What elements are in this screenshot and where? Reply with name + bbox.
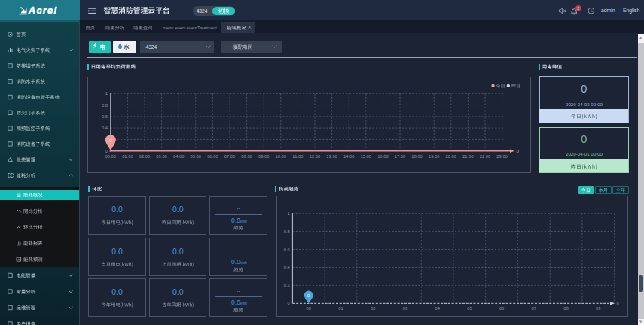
svg-text:01:00: 01:00 [122, 154, 133, 159]
svg-text:09: 09 [596, 306, 600, 311]
svg-text:0.0: 0.0 [231, 299, 240, 306]
svg-text:2020-04-01 00:00: 2020-04-01 00:00 [566, 151, 603, 156]
svg-text:2: 2 [577, 6, 579, 11]
svg-text:00:00: 00:00 [105, 154, 117, 159]
svg-text:21:00: 21:00 [462, 154, 474, 159]
svg-text:0: 0 [517, 149, 520, 153]
svg-text:04: 04 [435, 306, 440, 311]
svg-text:0.0: 0.0 [111, 247, 123, 256]
svg-text:22:00: 22:00 [480, 154, 491, 159]
svg-text:18:00: 18:00 [411, 154, 423, 159]
svg-text:00: 00 [307, 306, 311, 311]
svg-text:05: 05 [467, 306, 472, 311]
svg-text:20:00: 20:00 [446, 154, 457, 159]
svg-text:0.8: 0.8 [284, 229, 290, 234]
svg-text:1: 1 [288, 211, 290, 216]
svg-text:--: -- [237, 205, 240, 211]
svg-text:0.4: 0.4 [102, 126, 108, 130]
svg-text:04:00: 04:00 [173, 154, 185, 159]
svg-text:06: 06 [499, 306, 504, 311]
svg-text:admin: admin [601, 8, 615, 13]
svg-text:06:00: 06:00 [207, 154, 218, 159]
svg-text:09:00: 09:00 [258, 154, 270, 159]
svg-text:19:00: 19:00 [429, 154, 440, 159]
svg-text:English: English [623, 8, 640, 14]
svg-text:0.6: 0.6 [102, 114, 108, 119]
svg-text:0.4: 0.4 [284, 265, 291, 269]
svg-text:0: 0 [105, 149, 108, 153]
svg-text:02: 02 [371, 306, 375, 311]
svg-text:kwh: kwh [240, 301, 247, 305]
svg-text:1: 1 [105, 91, 108, 96]
svg-text:08: 08 [563, 306, 568, 311]
svg-text:4324: 4324 [146, 44, 157, 50]
svg-text:0.0: 0.0 [172, 247, 184, 256]
svg-text:0.0: 0.0 [231, 217, 240, 224]
svg-text:11:00: 11:00 [292, 154, 303, 159]
svg-text:--: -- [237, 288, 240, 293]
svg-text:0.0: 0.0 [111, 287, 123, 296]
svg-text:kwh: kwh [240, 219, 247, 223]
svg-text:0.0: 0.0 [172, 205, 184, 214]
svg-text:0: 0 [288, 301, 290, 305]
svg-text:01: 01 [338, 306, 343, 311]
svg-text:07:00: 07:00 [224, 154, 236, 159]
svg-text:0: 0 [581, 83, 587, 95]
svg-text:0: 0 [307, 293, 310, 298]
svg-text:0: 0 [617, 302, 620, 306]
svg-text:03: 03 [403, 306, 407, 311]
svg-text:12:00: 12:00 [310, 154, 321, 159]
svg-text:0.6: 0.6 [284, 248, 290, 252]
svg-text:23:00: 23:00 [496, 154, 508, 159]
svg-text:13:00: 13:00 [326, 154, 337, 159]
svg-text:02:00: 02:00 [139, 154, 151, 159]
svg-text:4324: 4324 [197, 8, 208, 14]
svg-text:0.0: 0.0 [111, 205, 123, 214]
svg-text:kwh: kwh [240, 260, 247, 265]
svg-text:2020-04-02 00:00: 2020-04-02 00:00 [566, 102, 603, 107]
svg-text:menu.event.eventTreatment: menu.event.eventTreatment [163, 26, 217, 30]
svg-text:0: 0 [581, 133, 587, 145]
svg-text:0.8: 0.8 [102, 103, 108, 108]
svg-text:0.0: 0.0 [231, 258, 240, 266]
svg-text:0.0: 0.0 [172, 287, 184, 296]
svg-text:08:00: 08:00 [241, 154, 252, 159]
svg-text:--: -- [237, 248, 240, 253]
svg-text:03:00: 03:00 [156, 154, 167, 159]
svg-text:16:00: 16:00 [377, 154, 389, 159]
svg-text:10:00: 10:00 [276, 154, 287, 159]
svg-text:07: 07 [532, 306, 536, 311]
svg-text:14:00: 14:00 [343, 154, 355, 159]
svg-text:15:00: 15:00 [361, 154, 372, 159]
svg-text:17:00: 17:00 [395, 154, 406, 159]
svg-text:Acrel: Acrel [28, 5, 58, 16]
svg-text:05:00: 05:00 [191, 154, 202, 159]
svg-text:0.2: 0.2 [284, 283, 290, 287]
